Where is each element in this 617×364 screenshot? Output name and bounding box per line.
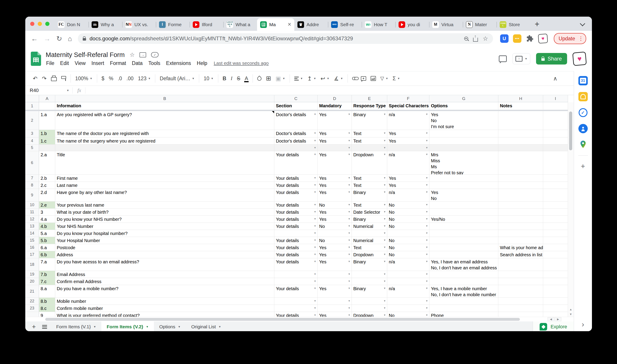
cell-dropdown-icon[interactable]: ▼ — [314, 177, 316, 179]
cell-dropdown-icon[interactable]: ▼ — [426, 287, 428, 289]
cell-I23[interactable] — [543, 305, 568, 312]
extensions-puzzle-icon[interactable] — [526, 35, 534, 43]
reload-button[interactable]: ↻ — [56, 35, 62, 42]
menu-insert[interactable]: Insert — [89, 60, 107, 66]
number-format-button[interactable]: 123▼ — [136, 74, 153, 83]
cell-F7[interactable]: Yes▼ — [387, 175, 429, 182]
cell-dropdown-icon[interactable]: ▼ — [314, 139, 316, 142]
cell-C17[interactable]: Your details▼ — [274, 251, 318, 258]
cell-I16[interactable] — [543, 244, 568, 251]
menu-extensions[interactable]: Extensions — [163, 60, 194, 66]
cell-dropdown-icon[interactable]: ▼ — [383, 211, 386, 213]
cell-I10[interactable] — [543, 202, 568, 208]
cell-dropdown-icon[interactable]: ▼ — [348, 177, 350, 179]
font-family-select-button[interactable]: Default (Ari…▼ — [158, 74, 197, 83]
cell-G9[interactable]: YesNo — [429, 189, 498, 202]
cell-B1[interactable]: Information — [55, 102, 274, 110]
cell-B22[interactable]: Mobile number — [55, 298, 274, 305]
cell-F1[interactable]: Special Characters — [387, 102, 429, 110]
share-page-icon[interactable] — [473, 38, 478, 42]
cell-I19[interactable] — [543, 271, 568, 278]
cell-D10[interactable]: No▼ — [318, 202, 352, 208]
menu-format[interactable]: Format — [107, 60, 129, 66]
browser-tab[interactable]: you di — [395, 18, 429, 31]
cell-B23[interactable]: Confirm mobile number — [55, 305, 274, 312]
cell-C13[interactable]: Your details▼ — [274, 223, 318, 230]
row-header-14[interactable]: 14 — [25, 230, 39, 237]
collapse-toolbar-icon[interactable]: ∧ — [553, 75, 557, 82]
cell-H1[interactable]: Notes — [498, 102, 543, 110]
paint-format-button[interactable] — [59, 74, 68, 83]
row-header-24[interactable]: 24 — [25, 312, 39, 317]
cell-G15[interactable] — [429, 237, 498, 244]
cell-dropdown-icon[interactable]: ▼ — [426, 204, 428, 206]
cell-I7[interactable] — [543, 175, 568, 182]
cell-dropdown-icon[interactable]: ▼ — [348, 225, 350, 227]
cell-G17[interactable] — [429, 251, 498, 258]
cell-dropdown-icon[interactable]: ▼ — [348, 287, 350, 289]
cell-dropdown-icon[interactable]: ▼ — [314, 146, 316, 149]
cell-dropdown-icon[interactable]: ▼ — [426, 307, 428, 309]
col-header-A[interactable]: A — [39, 95, 55, 102]
row-header-7[interactable]: 7 — [25, 175, 39, 182]
last-edit-status[interactable]: Last edit was seconds ago — [214, 61, 269, 66]
cell-dropdown-icon[interactable]: ▼ — [383, 314, 386, 316]
cell-dropdown-icon[interactable]: ▼ — [426, 246, 428, 248]
cell-D9[interactable]: Yes▼ — [318, 189, 352, 202]
cell-I22[interactable] — [543, 298, 568, 305]
cell-I11[interactable] — [543, 208, 568, 216]
cell-dropdown-icon[interactable]: ▼ — [383, 300, 386, 302]
redo-button[interactable] — [40, 74, 49, 83]
password-manager-extension-icon[interactable]: ••• — [513, 34, 521, 43]
cell-C14[interactable]: ▼ — [274, 230, 318, 237]
cell-E18[interactable]: Binary▼ — [352, 258, 387, 271]
heart-sticker-extension-icon[interactable]: ♥ — [538, 34, 548, 44]
cell-dropdown-icon[interactable]: ▼ — [348, 260, 350, 263]
cell-E20[interactable]: ▼ — [352, 278, 387, 285]
text-wrap-button[interactable]: ▼ — [318, 74, 332, 83]
cell-F16[interactable]: No▼ — [387, 244, 429, 251]
cell-F15[interactable]: No▼ — [387, 237, 429, 244]
cell-G16[interactable] — [429, 244, 498, 251]
cell-F12[interactable]: No▼ — [387, 216, 429, 223]
cell-dropdown-icon[interactable]: ▼ — [348, 300, 350, 302]
cell-B14[interactable]: Do you know your hospital number? — [55, 230, 274, 237]
cell-E11[interactable]: Date Selector▼ — [352, 208, 387, 216]
cell-H11[interactable] — [498, 208, 543, 216]
cell-B5[interactable] — [55, 144, 274, 151]
cell-I21[interactable] — [543, 285, 568, 298]
cell-B11[interactable]: What is your date of birth? — [55, 208, 274, 216]
sheet-tab-form-items-v-2-[interactable]: Form Items {V.2}▼ — [101, 321, 154, 331]
cell-F21[interactable]: n/a▼ — [387, 285, 429, 298]
create-filter-button[interactable]: ▼ — [378, 74, 391, 83]
cell-G2[interactable]: YesNoI'm not sure — [429, 111, 498, 130]
row-header-23[interactable]: 23 — [25, 305, 39, 312]
cell-D22[interactable]: ▼ — [318, 298, 352, 305]
cell-C21[interactable]: Your details▼ — [274, 285, 318, 298]
cell-dropdown-icon[interactable]: ▼ — [426, 273, 428, 275]
row-header-9[interactable]: 9 — [25, 189, 39, 202]
cell-dropdown-icon[interactable]: ▼ — [314, 153, 316, 156]
cell-I8[interactable] — [543, 182, 568, 189]
cell-dropdown-icon[interactable]: ▼ — [314, 246, 316, 248]
row-header-1[interactable]: 1 — [25, 102, 39, 110]
sheet-tab-options[interactable]: Options▼ — [154, 321, 186, 331]
cell-D2[interactable]: Yes▼ — [318, 111, 352, 130]
cell-C23[interactable]: ▼ — [274, 305, 318, 312]
browser-menu-icon[interactable]: ⋮ — [578, 36, 583, 42]
google-keep-icon[interactable] — [578, 92, 588, 101]
cell-H5[interactable] — [498, 144, 543, 151]
strikethrough-button[interactable]: S — [235, 74, 242, 83]
cell-dropdown-icon[interactable]: ▼ — [314, 253, 316, 256]
cell-dropdown-icon[interactable]: ▼ — [348, 139, 350, 142]
cell-dropdown-icon[interactable]: ▼ — [348, 153, 350, 156]
formula-input[interactable] — [85, 86, 574, 95]
cell-E10[interactable]: Text▼ — [352, 202, 387, 208]
cell-G19[interactable] — [429, 271, 498, 278]
cell-A12[interactable]: 4.a — [39, 216, 55, 223]
row-header-2[interactable]: 2 — [25, 111, 39, 130]
google-calendar-icon[interactable]: 31 — [578, 76, 588, 85]
cell-A13[interactable]: 4.b — [39, 223, 55, 230]
merge-cells-button[interactable]: ▼ — [273, 74, 287, 83]
cell-C18[interactable]: Your details▼ — [274, 258, 318, 271]
